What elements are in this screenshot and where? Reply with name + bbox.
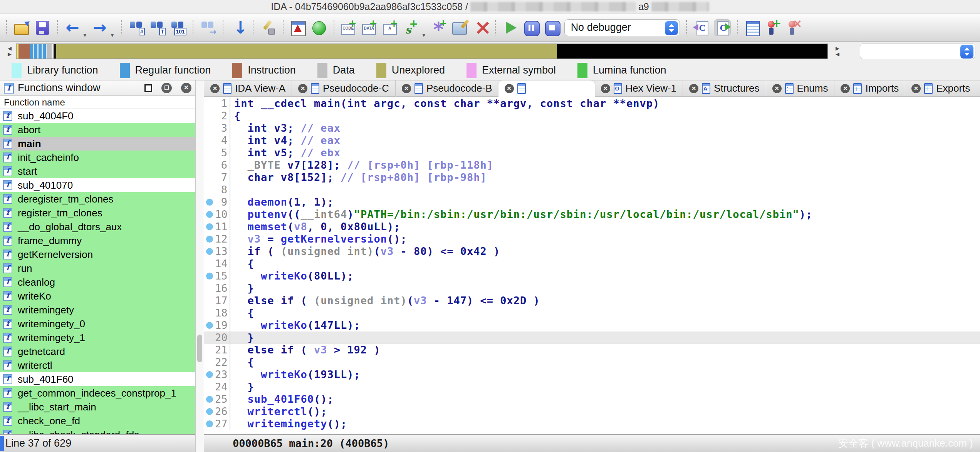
breakpoint-add-icon[interactable] bbox=[765, 19, 782, 36]
function-row[interactable]: getKernelversion bbox=[0, 248, 195, 261]
navigate-back-icon[interactable] bbox=[64, 19, 81, 36]
function-row[interactable]: writerctl bbox=[0, 358, 195, 372]
function-row[interactable]: writemingety_0 bbox=[0, 317, 195, 331]
scroll-right-icon[interactable]: ▶ bbox=[836, 45, 839, 51]
code-line[interactable]: 26 writerctl(); bbox=[204, 405, 980, 418]
tab-pseudocode-c[interactable]: Pseudocode-C bbox=[292, 80, 395, 97]
edit-function-icon[interactable] bbox=[451, 19, 468, 36]
navigator-combobox[interactable] bbox=[860, 43, 975, 59]
code-line[interactable]: 11 memset(v8, 0, 0x80uLL); bbox=[204, 221, 980, 233]
breakpoint-dot-icon[interactable] bbox=[206, 199, 213, 206]
maximize-icon[interactable] bbox=[144, 84, 152, 92]
functions-scrollbar[interactable] bbox=[196, 80, 204, 452]
make-data-icon[interactable] bbox=[361, 19, 378, 36]
code-line[interactable]: 20 } bbox=[204, 331, 980, 344]
navigation-band[interactable] bbox=[16, 44, 828, 59]
function-row[interactable]: start bbox=[0, 164, 195, 178]
code-line[interactable]: 8 bbox=[204, 184, 980, 196]
tab-imports[interactable]: Imports bbox=[834, 80, 905, 97]
breakpoint-column[interactable] bbox=[204, 211, 215, 218]
scroll-left-icon[interactable]: ◀ bbox=[8, 45, 12, 51]
close-window-icon[interactable] bbox=[181, 83, 191, 93]
code-line[interactable]: 25 sub_401F60(); bbox=[204, 393, 980, 405]
breakpoint-column[interactable] bbox=[204, 223, 215, 230]
close-tab-icon[interactable] bbox=[841, 84, 850, 93]
patch-icon[interactable] bbox=[260, 19, 277, 36]
function-row[interactable]: frame_dummy bbox=[0, 234, 195, 248]
close-tab-icon[interactable] bbox=[402, 84, 411, 93]
function-row[interactable]: sub_401F60 bbox=[0, 372, 195, 386]
lumina-icon[interactable] bbox=[310, 19, 327, 36]
breakpoint-column[interactable] bbox=[204, 420, 215, 427]
function-row[interactable]: writemingety bbox=[0, 303, 195, 317]
code-line[interactable]: 22 { bbox=[204, 356, 980, 368]
make-function-icon[interactable] bbox=[430, 19, 447, 36]
code-line[interactable]: 5 int v5; // ebx bbox=[204, 147, 980, 159]
tab-ida-view-a[interactable]: IDA View-A bbox=[204, 80, 292, 97]
function-row[interactable]: main bbox=[0, 137, 195, 151]
breakpoint-dot-icon[interactable] bbox=[206, 322, 213, 329]
combobox-stepper-icon[interactable] bbox=[960, 45, 973, 59]
scroll-left-icon[interactable]: ◀ bbox=[836, 51, 839, 57]
breakpoint-column[interactable] bbox=[204, 371, 215, 378]
code-line[interactable]: 6 _BYTE v7[128]; // [rsp+0h] [rbp-118h] bbox=[204, 159, 980, 171]
code-line[interactable]: 17 else if ( (unsigned int)(v3 - 147) <=… bbox=[204, 295, 980, 307]
close-tab-icon[interactable] bbox=[210, 84, 220, 93]
close-tab-icon[interactable] bbox=[911, 84, 921, 93]
function-row[interactable]: deregister_tm_clones bbox=[0, 192, 195, 206]
make-string-icon[interactable] bbox=[403, 19, 420, 36]
navband-left-arrows[interactable]: ◀▶ bbox=[5, 45, 14, 57]
breakpoint-dot-icon[interactable] bbox=[206, 396, 213, 403]
make-string-dropdown-icon[interactable] bbox=[421, 32, 426, 38]
code-line[interactable]: 19 writeKo(147LL); bbox=[204, 319, 980, 331]
close-tab-icon[interactable] bbox=[298, 84, 307, 93]
function-row[interactable]: register_tm_clones bbox=[0, 206, 195, 220]
code-line[interactable]: 2{ bbox=[204, 110, 980, 122]
breakpoint-column[interactable] bbox=[204, 408, 215, 415]
function-row[interactable]: sub_4004F0 bbox=[0, 109, 195, 123]
debug-start-icon[interactable] bbox=[502, 19, 519, 36]
navband-right-arrows[interactable]: ▶◀ bbox=[833, 45, 842, 57]
problems-icon[interactable] bbox=[290, 19, 307, 36]
code-line[interactable]: 14 { bbox=[204, 258, 980, 270]
function-row[interactable]: writeKo bbox=[0, 289, 195, 303]
save-icon[interactable] bbox=[34, 19, 51, 36]
code-line[interactable]: 3 int v3; // eax bbox=[204, 122, 980, 134]
breakpoint-dot-icon[interactable] bbox=[206, 236, 213, 243]
code-line[interactable]: 9 daemon(1, 1); bbox=[204, 196, 980, 208]
code-line[interactable]: 23 writeKo(193LL); bbox=[204, 368, 980, 381]
function-row[interactable]: __libc_check_standard_fds bbox=[0, 428, 195, 434]
breakpoint-delete-icon[interactable] bbox=[785, 19, 802, 36]
jump-down-icon[interactable] bbox=[230, 19, 247, 36]
delete-icon[interactable] bbox=[472, 19, 489, 36]
function-row[interactable]: writemingety_1 bbox=[0, 331, 195, 345]
code-line[interactable]: 16 } bbox=[204, 282, 980, 295]
navigate-back-dropdown-icon[interactable] bbox=[82, 32, 87, 38]
tab-pseudocode-a[interactable] bbox=[498, 80, 595, 97]
make-name-icon[interactable] bbox=[382, 19, 399, 36]
combobox-stepper-icon[interactable] bbox=[665, 21, 678, 35]
function-row[interactable]: __do_global_dtors_aux bbox=[0, 220, 195, 234]
run-c-icon[interactable] bbox=[714, 19, 731, 36]
breakpoint-dot-icon[interactable] bbox=[206, 408, 213, 415]
search-text-icon[interactable] bbox=[149, 19, 166, 36]
tab-exports[interactable]: Exports bbox=[905, 80, 976, 97]
compile-c-icon[interactable] bbox=[693, 19, 710, 36]
breakpoint-column[interactable] bbox=[204, 273, 215, 280]
function-row[interactable]: getnetcard bbox=[0, 345, 195, 358]
function-row[interactable]: cleanlog bbox=[0, 275, 195, 289]
jump-address-icon[interactable] bbox=[200, 19, 216, 36]
function-row[interactable]: get_common_indeces_constprop_1 bbox=[0, 386, 195, 400]
breakpoint-dot-icon[interactable] bbox=[206, 273, 213, 280]
search-immediate-icon[interactable] bbox=[128, 19, 145, 36]
breakpoint-column[interactable] bbox=[204, 236, 215, 243]
function-row[interactable]: __libc_start_main bbox=[0, 400, 195, 414]
debug-stop-icon[interactable] bbox=[544, 19, 560, 36]
navigate-forward-icon[interactable] bbox=[91, 19, 108, 36]
breakpoint-column[interactable] bbox=[204, 248, 215, 255]
tab-structures[interactable]: Structures bbox=[683, 80, 766, 97]
pseudocode-view[interactable]: 1int __cdecl main(int argc, const char *… bbox=[204, 97, 980, 434]
breakpoint-column[interactable] bbox=[204, 322, 215, 329]
close-tab-icon[interactable] bbox=[505, 84, 514, 93]
function-row[interactable]: init_cacheinfo bbox=[0, 151, 195, 164]
